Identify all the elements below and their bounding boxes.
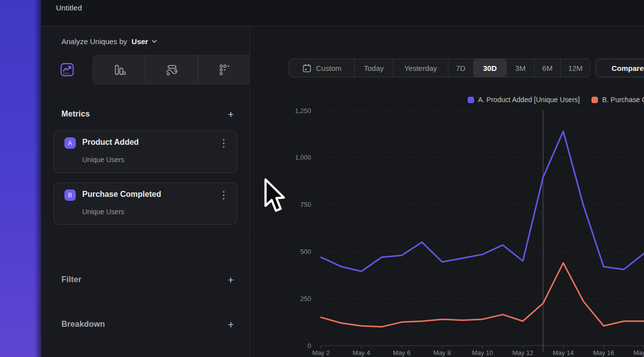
kebab-icon	[222, 138, 225, 148]
breakdown-row: Breakdown +	[61, 317, 237, 331]
range-30d[interactable]: 30D	[473, 59, 506, 77]
filter-row: Filter +	[61, 273, 237, 287]
legend-label: A. Product Added [Unique Users]	[478, 96, 580, 104]
range-label: Custom	[316, 64, 342, 72]
range-7d[interactable]: 7D	[448, 59, 473, 77]
tab-insights[interactable]	[41, 55, 93, 84]
insights-line-chart-icon	[60, 63, 74, 76]
range-12m[interactable]: 12M	[560, 59, 590, 77]
kebab-icon	[222, 190, 225, 200]
add-filter-button[interactable]: +	[225, 274, 237, 286]
add-metric-button[interactable]: +	[225, 108, 237, 120]
metric-card-b[interactable]: B Purchase Completed Unique Users	[54, 182, 237, 225]
legend-label: B. Purchase Completed [Unique Users]	[602, 96, 644, 104]
metric-menu-button[interactable]	[219, 190, 228, 201]
chevron-down-icon	[152, 40, 157, 43]
bar-chart-icon	[113, 63, 126, 76]
tab-retention[interactable]	[198, 56, 250, 84]
legend-swatch	[468, 97, 474, 103]
report-title[interactable]: Untitled	[56, 3, 82, 12]
calendar-icon	[302, 63, 312, 73]
legend-swatch	[591, 97, 598, 103]
range-yesterday[interactable]: Yesterday	[393, 59, 448, 77]
metric-menu-button[interactable]	[219, 138, 228, 149]
analyze-label: Analyze Uniques by	[61, 37, 127, 46]
filter-header: Filter	[61, 275, 81, 284]
sidebar-divider	[41, 234, 250, 235]
metric-name: Purchase Completed	[82, 190, 161, 199]
compare-button[interactable]: Compare	[595, 59, 644, 77]
chart-legend: A. Product Added [Unique Users] B. Purch…	[468, 96, 644, 104]
metrics-header: Metrics	[61, 110, 90, 119]
breakdown-header: Breakdown	[61, 320, 105, 329]
metric-subtitle[interactable]: Unique Users	[82, 156, 124, 164]
top-header: Untitled	[41, 0, 644, 26]
add-breakdown-button[interactable]: +	[225, 318, 237, 330]
date-range-selector: Custom Today Yesterday 7D 30D 3M 6M 12M	[289, 59, 590, 77]
range-today[interactable]: Today	[354, 59, 393, 77]
metric-badge-a: A	[64, 137, 76, 149]
flows-icon	[165, 63, 178, 76]
tab-funnels[interactable]	[93, 56, 145, 84]
legend-item-a[interactable]: A. Product Added [Unique Users]	[468, 96, 580, 104]
metrics-header-row: Metrics +	[61, 107, 237, 121]
retention-dots-icon	[218, 63, 231, 76]
analyze-by-value: User	[132, 37, 148, 46]
analyze-by-dropdown[interactable]: User	[132, 37, 157, 46]
analyze-row: Analyze Uniques by User	[61, 35, 157, 47]
sidebar: Analyze Uniques by User	[41, 26, 250, 357]
metric-subtitle[interactable]: Unique Users	[82, 208, 124, 216]
chart-type-tabs	[41, 55, 250, 84]
app-screen: Untitled Analyze Uniques by User	[0, 0, 644, 357]
metric-card-a[interactable]: A Product Added Unique Users	[54, 130, 237, 173]
app-window: Untitled Analyze Uniques by User	[41, 0, 644, 357]
range-custom[interactable]: Custom	[289, 59, 354, 77]
tab-flows[interactable]	[145, 56, 198, 84]
legend-item-b[interactable]: B. Purchase Completed [Unique Users]	[591, 96, 644, 104]
chart-type-tab-strip	[93, 55, 250, 84]
desktop-background-strip	[0, 0, 41, 357]
metric-name: Product Added	[82, 138, 139, 147]
range-6m[interactable]: 6M	[534, 59, 560, 77]
metric-badge-b: B	[64, 189, 76, 201]
range-3m[interactable]: 3M	[506, 59, 534, 77]
